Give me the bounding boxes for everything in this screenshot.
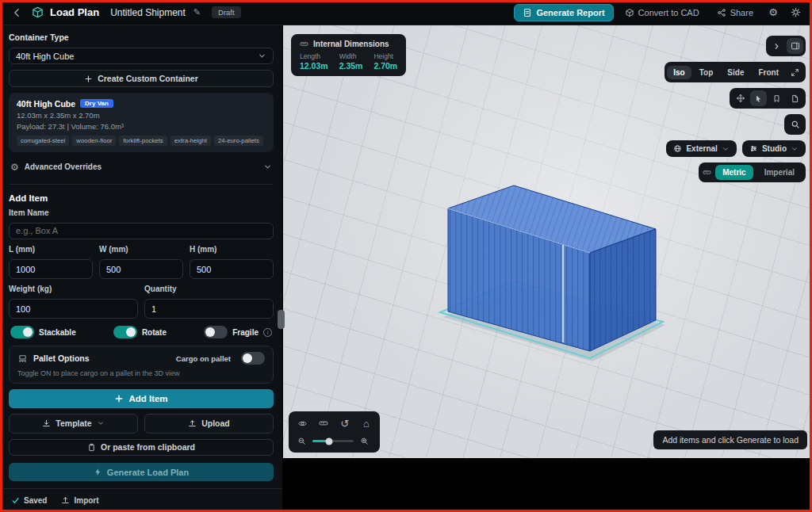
height-label: H (mm) — [190, 245, 274, 254]
environment-dropdown[interactable]: External — [666, 140, 736, 157]
file-icon — [791, 94, 799, 103]
cargo-on-pallet-toggle[interactable] — [241, 352, 265, 365]
cad-cube-icon — [625, 8, 634, 17]
paste-from-clipboard-button[interactable]: Or paste from clipboard — [9, 439, 274, 456]
upload-button[interactable]: Upload — [144, 414, 274, 434]
gear-icon: ⚙ — [768, 6, 778, 18]
units-toggle-group: Metric Imperial — [699, 162, 806, 182]
view-iso-button[interactable]: Iso — [667, 66, 691, 79]
generate-load-plan-button[interactable]: Generate Load Plan — [9, 463, 274, 481]
file-tool-button[interactable] — [787, 90, 803, 106]
select-tool-button[interactable] — [750, 90, 767, 106]
internal-dimensions-panel: Internal Dimensions Length 12.03m Width … — [291, 34, 406, 76]
container-feature-tags: corrugated-steel wooden-floor forklift-p… — [17, 136, 266, 146]
bookmark-icon — [772, 94, 781, 103]
viewport-3d-canvas[interactable]: Internal Dimensions Length 12.03m Width … — [283, 25, 812, 458]
fullscreen-button[interactable] — [787, 64, 803, 80]
chevron-down-icon — [258, 52, 266, 60]
view-front-button[interactable]: Front — [752, 66, 785, 79]
visibility-button[interactable] — [296, 417, 308, 430]
cursor-icon — [754, 94, 763, 103]
bookmark-tool-button[interactable] — [768, 90, 785, 106]
zoom-out-button[interactable] — [296, 435, 308, 447]
height-input[interactable] — [190, 259, 274, 279]
feature-tag: extra-height — [170, 136, 211, 146]
fragile-info-icon[interactable]: i — [263, 328, 272, 337]
convert-to-cad-button[interactable]: Convert to CAD — [619, 5, 706, 21]
chevron-down-icon — [791, 145, 799, 153]
rotate-label: Rotate — [142, 328, 167, 337]
clipboard-icon — [87, 443, 96, 452]
pan-tool-button[interactable] — [732, 90, 749, 106]
side-panel-button[interactable] — [787, 38, 803, 54]
container-type-select[interactable]: 40ft High Cube — [9, 48, 274, 64]
studio-dropdown[interactable]: Studio — [742, 140, 806, 157]
ruler-icon — [319, 418, 328, 428]
import-button[interactable]: Import — [61, 496, 98, 505]
cargo-on-pallet-label: Cargo on pallet — [176, 354, 231, 363]
chevron-down-icon — [97, 419, 105, 427]
container-name: 40ft High Cube — [17, 99, 75, 109]
feature-tag: corrugated-steel — [17, 136, 69, 146]
weight-input[interactable] — [9, 299, 138, 319]
viewport-toolbar: ↺ ⌂ — [289, 411, 380, 453]
ruler-icon — [300, 40, 308, 48]
fragile-toggle[interactable] — [204, 326, 228, 338]
measure-button[interactable] — [317, 417, 330, 430]
collapse-panel-button[interactable] — [768, 38, 785, 54]
container-dimensions: 12.03m x 2.35m x 2.70m — [17, 111, 266, 120]
container-type-label: Container Type — [9, 32, 274, 42]
expand-icon — [791, 68, 799, 77]
view-side-button[interactable]: Side — [721, 66, 750, 79]
pallet-icon — [17, 353, 28, 364]
quantity-input[interactable] — [144, 299, 274, 319]
saved-indicator[interactable]: Saved — [11, 496, 47, 505]
top-bar: Load Plan Untitled Shipment ✎ Draft Gene… — [0, 0, 812, 25]
imperial-unit-button[interactable]: Imperial — [757, 165, 802, 180]
length-label: L (mm) — [9, 245, 93, 254]
add-item-button[interactable]: Add Item — [9, 389, 274, 408]
reset-rotation-button[interactable]: ↺ — [339, 417, 351, 430]
width-input[interactable] — [99, 259, 183, 279]
left-sidebar: Container Type 40ft High Cube Create Cus… — [0, 25, 282, 512]
template-dropdown-button[interactable]: Template — [9, 414, 138, 434]
sidebar-scroll-area[interactable]: Container Type 40ft High Cube Create Cus… — [0, 25, 282, 488]
container-type-badge: Dry Van — [80, 99, 113, 108]
chevron-down-icon — [263, 162, 272, 171]
sidebar-footer: Saved Import — [0, 488, 282, 512]
panel-toggle-group — [766, 36, 806, 56]
theme-toggle-button[interactable] — [787, 4, 804, 21]
zoom-search-button[interactable] — [787, 117, 803, 132]
zoom-in-button[interactable] — [358, 435, 370, 447]
edit-shipment-name-icon[interactable]: ✎ — [193, 7, 201, 17]
feature-tag: 24-euro-pallets — [214, 136, 263, 146]
download-icon — [42, 419, 51, 428]
feature-tag: wooden-floor — [72, 136, 116, 146]
sidebar-resize-handle[interactable] — [278, 310, 285, 329]
ruler-icon — [703, 168, 711, 177]
feature-tag: forklift-pockets — [119, 136, 167, 146]
weight-label: Weight (kg) — [9, 285, 138, 293]
item-name-input[interactable] — [9, 223, 274, 239]
length-input[interactable] — [9, 259, 93, 279]
advanced-overrides-toggle[interactable]: ⚙ Advanced Overrides — [9, 158, 274, 177]
view-top-button[interactable]: Top — [693, 66, 720, 79]
generate-report-button[interactable]: Generate Report — [514, 4, 613, 21]
zoom-slider[interactable] — [312, 440, 354, 442]
fragile-label: Fragile — [232, 328, 259, 337]
settings-button[interactable]: ⚙ — [764, 4, 782, 21]
add-item-header: Add Item — [9, 193, 274, 203]
upload-icon — [188, 419, 197, 428]
create-custom-container-button[interactable]: Create Custom Container — [9, 70, 274, 86]
share-button[interactable]: Share — [710, 5, 760, 21]
back-button[interactable] — [8, 4, 25, 21]
rotate-toggle[interactable] — [113, 326, 137, 338]
zoom-out-icon — [297, 437, 306, 445]
report-icon — [523, 8, 532, 17]
divider — [9, 184, 274, 185]
home-view-button[interactable]: ⌂ — [360, 417, 373, 430]
sun-icon — [791, 7, 801, 17]
stackable-toggle[interactable] — [10, 326, 34, 338]
container-payload-volume: Payload: 27.3t | Volume: 76.0m³ — [17, 122, 266, 131]
metric-unit-button[interactable]: Metric — [715, 165, 753, 180]
